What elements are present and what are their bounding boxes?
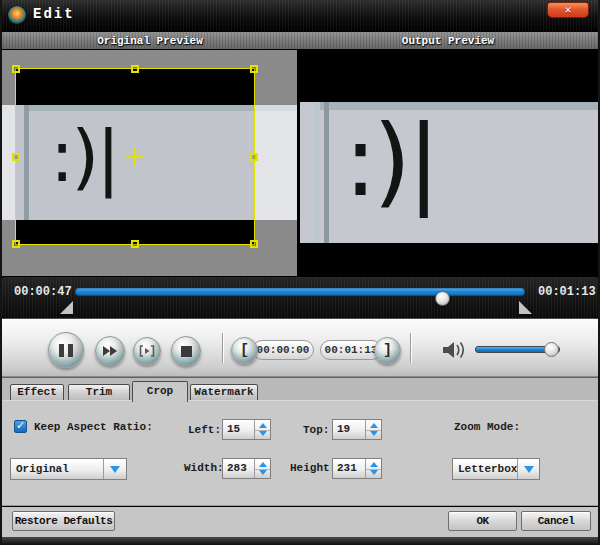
crop-center-crosshair-icon bbox=[126, 156, 144, 158]
window-border bbox=[0, 0, 2, 545]
seek-thumb[interactable] bbox=[435, 291, 450, 306]
top-value[interactable]: 19 bbox=[333, 420, 365, 439]
zoom-mode-value: Letterbox bbox=[453, 459, 517, 479]
original-preview-label: Original Preview bbox=[2, 35, 298, 47]
checkmark-icon: ✓ bbox=[16, 419, 25, 432]
seek-bar[interactable] bbox=[75, 288, 525, 296]
stop-button[interactable] bbox=[171, 336, 201, 366]
total-time: 00:01:13 bbox=[538, 285, 596, 299]
play-segment-button[interactable] bbox=[133, 337, 161, 365]
cancel-button[interactable]: Cancel bbox=[521, 511, 591, 531]
tab-watermark[interactable]: Watermark bbox=[190, 384, 258, 401]
chevron-down-icon bbox=[524, 466, 534, 473]
elapsed-time: 00:00:47 bbox=[14, 285, 72, 299]
height-value[interactable]: 231 bbox=[333, 459, 365, 478]
spin-down-icon[interactable] bbox=[370, 470, 378, 475]
trim-start-marker[interactable] bbox=[60, 301, 73, 314]
video-frame-edge bbox=[314, 102, 320, 243]
left-spinner[interactable]: 15 bbox=[222, 419, 271, 440]
preview-header: Original Preview Output Preview bbox=[0, 31, 600, 50]
trim-end-marker[interactable] bbox=[519, 301, 532, 314]
height-label: Height: bbox=[290, 462, 336, 474]
separator bbox=[222, 333, 223, 363]
volume-thumb[interactable] bbox=[544, 342, 559, 357]
ok-button[interactable]: OK bbox=[448, 511, 517, 531]
top-label: Top: bbox=[303, 424, 329, 436]
aspect-ratio-value: Original bbox=[11, 459, 103, 479]
app-logo-icon bbox=[8, 6, 26, 24]
video-frame-edge bbox=[324, 102, 329, 243]
stop-icon bbox=[181, 346, 192, 357]
footer-bar: Restore Defaults OK Cancel bbox=[2, 507, 598, 537]
close-button[interactable]: ✕ bbox=[547, 2, 589, 18]
volume-slider[interactable] bbox=[475, 346, 560, 353]
width-spin-buttons[interactable] bbox=[254, 459, 270, 478]
keep-aspect-checkbox[interactable]: ✓ bbox=[14, 420, 27, 433]
width-label: Width: bbox=[184, 462, 224, 474]
set-trim-start-button[interactable]: [ bbox=[231, 337, 258, 364]
spin-up-icon[interactable] bbox=[259, 462, 267, 467]
separator bbox=[410, 333, 411, 363]
crop-handle-bottom-right[interactable] bbox=[250, 240, 258, 248]
zoom-mode-label: Zoom Mode: bbox=[454, 421, 520, 433]
spin-down-icon[interactable] bbox=[259, 431, 267, 436]
crop-settings-panel: ✓ Keep Aspect Ratio: Left: 15 Top: 19 Zo… bbox=[2, 400, 598, 506]
trim-start-time-field[interactable]: 00:00:00 bbox=[252, 340, 314, 360]
speaker-icon bbox=[440, 340, 466, 360]
edit-dialog-window: Edit ✕ Original Preview Output Preview :… bbox=[0, 0, 600, 545]
trim-end-time-field[interactable]: 00:01:13 bbox=[320, 340, 382, 360]
tab-trim[interactable]: Trim bbox=[68, 384, 130, 401]
pause-icon bbox=[59, 344, 73, 357]
width-spinner[interactable]: 283 bbox=[222, 458, 271, 479]
spin-up-icon[interactable] bbox=[259, 423, 267, 428]
open-bracket-icon: [ bbox=[232, 338, 257, 363]
crop-selection-region[interactable] bbox=[15, 68, 255, 245]
keep-aspect-label: Keep Aspect Ratio: bbox=[34, 421, 153, 433]
width-value[interactable]: 283 bbox=[223, 459, 254, 478]
output-preview-pane: :)| bbox=[300, 50, 598, 276]
fast-forward-button[interactable] bbox=[95, 336, 125, 366]
left-spin-buttons[interactable] bbox=[254, 420, 270, 439]
pause-button[interactable] bbox=[48, 332, 84, 368]
preview-row: :)| :)| bbox=[0, 50, 600, 276]
close-icon: ✕ bbox=[565, 4, 572, 16]
window-bottom-edge bbox=[0, 537, 600, 545]
spin-up-icon[interactable] bbox=[370, 423, 378, 428]
height-spin-buttons[interactable] bbox=[365, 459, 381, 478]
dropdown-button[interactable] bbox=[103, 459, 126, 479]
crop-handle-top-right[interactable] bbox=[250, 65, 258, 73]
transport-bar: [ 00:00:00 00:01:13 ] bbox=[2, 318, 598, 377]
top-spinner[interactable]: 19 bbox=[332, 419, 382, 440]
crop-handle-mid-left[interactable] bbox=[12, 153, 20, 161]
set-trim-end-button[interactable]: ] bbox=[374, 337, 401, 364]
fast-forward-icon bbox=[103, 346, 117, 356]
height-spinner[interactable]: 231 bbox=[332, 458, 382, 479]
tab-crop[interactable]: Crop bbox=[132, 381, 188, 402]
aspect-ratio-dropdown[interactable]: Original bbox=[10, 458, 127, 480]
crop-handle-mid-right[interactable] bbox=[250, 153, 258, 161]
output-preview-label: Output Preview bbox=[300, 35, 596, 47]
spin-down-icon[interactable] bbox=[259, 470, 267, 475]
tab-effect[interactable]: Effect bbox=[10, 384, 64, 401]
video-content-emoticon: :)| bbox=[344, 112, 436, 210]
crop-handle-bottom-center[interactable] bbox=[131, 240, 139, 248]
tab-strip: Effect Trim Crop Watermark bbox=[2, 377, 598, 400]
chevron-down-icon bbox=[110, 466, 120, 473]
left-label: Left: bbox=[188, 424, 221, 436]
top-spin-buttons[interactable] bbox=[365, 420, 381, 439]
timeline-strip: 00:00:47 00:01:13 bbox=[2, 276, 598, 318]
crop-handle-top-left[interactable] bbox=[12, 65, 20, 73]
window-title: Edit bbox=[33, 6, 75, 22]
spin-down-icon[interactable] bbox=[370, 431, 378, 436]
close-bracket-icon: ] bbox=[375, 338, 400, 363]
zoom-mode-dropdown[interactable]: Letterbox bbox=[452, 458, 540, 480]
left-value[interactable]: 15 bbox=[223, 420, 254, 439]
crop-handle-bottom-left[interactable] bbox=[12, 240, 20, 248]
original-preview-pane: :)| bbox=[2, 50, 297, 276]
title-bar: Edit ✕ bbox=[0, 0, 600, 31]
dropdown-button[interactable] bbox=[517, 459, 539, 479]
spin-up-icon[interactable] bbox=[370, 462, 378, 467]
play-segment-icon bbox=[139, 345, 155, 357]
crop-handle-top-center[interactable] bbox=[131, 65, 139, 73]
restore-defaults-button[interactable]: Restore Defaults bbox=[12, 511, 115, 531]
